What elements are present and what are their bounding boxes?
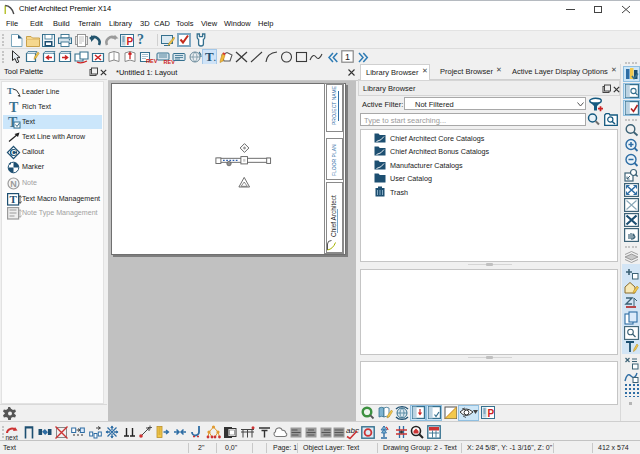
svg-text:T: T [9,100,19,115]
svg-text:T: T [7,86,13,96]
svg-text:P: P [127,36,134,47]
svg-text:1: 1 [345,52,350,62]
svg-text:T: T [10,193,18,205]
svg-text:P: P [488,408,495,419]
svg-text:C: C [11,148,17,157]
svg-text:N: N [10,179,17,189]
svg-text:abc: abc [346,426,359,435]
